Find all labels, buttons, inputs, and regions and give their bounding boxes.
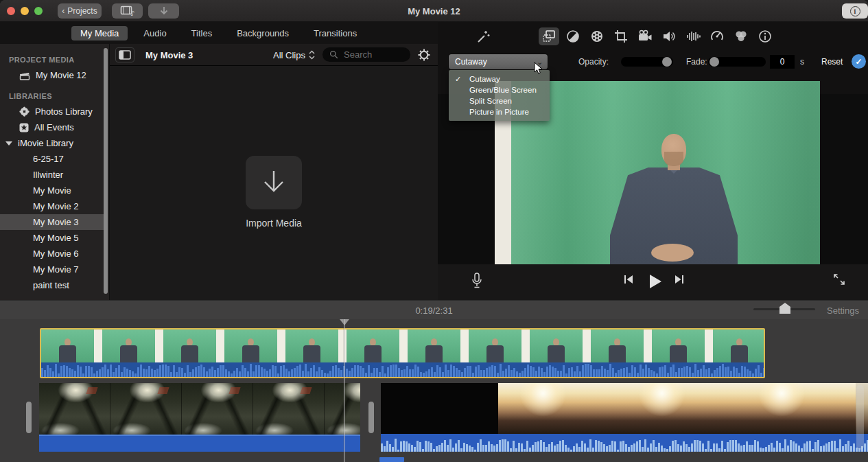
speed-gauge-button[interactable] <box>707 27 727 45</box>
play-button[interactable] <box>646 273 664 290</box>
clip-filters-button[interactable] <box>731 27 751 45</box>
project-media-header: PROJECT MEDIA <box>0 52 109 67</box>
time-display: 0:19/2:31 <box>0 301 868 320</box>
fullscreen-button[interactable] <box>832 273 846 286</box>
tab-titles[interactable]: Titles <box>183 26 222 41</box>
tab-transitions[interactable]: Transitions <box>305 26 366 41</box>
color-balance-button[interactable] <box>563 27 583 45</box>
titlebar: ‹ Projects ♪ My Movie 12 i <box>0 0 868 22</box>
sidebar-item-event[interactable]: paint test <box>0 277 104 293</box>
tab-my-media[interactable]: My Media <box>71 26 128 41</box>
projects-button[interactable]: ‹ Projects <box>58 3 102 19</box>
clip-filmstrip <box>41 330 764 362</box>
zoom-button[interactable] <box>34 7 43 15</box>
clip-audio-waveform <box>39 435 360 452</box>
reset-button[interactable]: Reset <box>821 57 843 67</box>
skip-back-icon <box>622 273 635 286</box>
sidebar-item-photos-library[interactable]: Photos Library <box>0 104 104 119</box>
back-chevron-icon: ‹ <box>62 6 64 16</box>
info-icon: i <box>850 6 860 16</box>
video-overlay-button[interactable] <box>539 27 559 45</box>
seconds-unit-label: s <box>800 57 804 67</box>
apply-checkmark-button[interactable]: ✓ <box>852 54 866 69</box>
browser-settings-button[interactable] <box>415 47 433 63</box>
fade-slider[interactable] <box>708 57 766 67</box>
search-input[interactable] <box>342 49 401 60</box>
clip-green-screen-selected[interactable] <box>40 328 765 378</box>
trim-handle-left[interactable] <box>26 402 32 433</box>
skip-forward-icon <box>672 273 686 286</box>
menu-item-picture-in-picture[interactable]: Picture in Picture <box>449 106 550 117</box>
sidebar-item-event-selected[interactable]: My Movie 3 <box>0 214 104 230</box>
menu-item-green-blue-screen[interactable]: Green/Blue Screen <box>449 84 550 95</box>
voiceover-record-button[interactable] <box>471 273 483 290</box>
opacity-slider[interactable] <box>621 57 673 67</box>
timeline-toolbar: 0:19/2:31 Settings <box>0 300 868 319</box>
tab-audio[interactable]: Audio <box>134 26 175 41</box>
updown-chevron-icon <box>309 50 315 60</box>
playhead-line[interactable] <box>344 319 344 462</box>
gear-icon <box>417 48 431 62</box>
import-media-button[interactable] <box>246 156 302 209</box>
previous-frame-button[interactable] <box>622 273 635 286</box>
import-arrow-icon <box>258 167 290 198</box>
play-icon <box>646 273 664 290</box>
sidebar-scrollbar[interactable] <box>104 48 108 294</box>
media-browser-button[interactable]: ♪ <box>112 3 143 19</box>
trim-handle-right[interactable] <box>368 402 374 433</box>
stabilization-camera-button[interactable] <box>635 27 655 45</box>
sidebar-item-event[interactable]: My Movie 6 <box>0 246 104 262</box>
menu-item-split-screen[interactable]: Split Screen <box>449 95 550 106</box>
sidebar-item-event[interactable]: My Movie 7 <box>0 262 104 277</box>
playback-bar <box>438 264 868 300</box>
fade-duration-field[interactable]: 0 <box>770 55 795 69</box>
import-button[interactable] <box>148 3 179 19</box>
film-note-icon: ♪ <box>120 5 135 16</box>
microphone-icon <box>471 273 483 290</box>
help-info-button[interactable]: i <box>842 3 868 19</box>
close-button[interactable] <box>7 7 15 15</box>
fade-slider-thumb[interactable] <box>709 57 719 67</box>
sidebar-item-event[interactable]: My Movie 5 <box>0 230 104 246</box>
minimize-button[interactable] <box>21 7 29 15</box>
projects-label: Projects <box>67 6 97 16</box>
timeline-scrollbar[interactable] <box>856 385 864 450</box>
clip-filmstrip <box>381 383 868 434</box>
sidebar-item-event[interactable]: Illwinter <box>0 167 104 183</box>
clip-info-button[interactable] <box>755 27 775 45</box>
enhance-wand-button[interactable] <box>473 27 494 45</box>
presenter-hands <box>651 244 694 262</box>
sidebar-item-imovie-library[interactable]: iMovie Library <box>0 135 104 151</box>
clip-filter-popup[interactable]: All Clips <box>273 44 315 66</box>
timeline-area <box>0 319 868 462</box>
color-wheel-button[interactable] <box>587 27 607 45</box>
browser-title: My Movie 3 <box>145 44 193 66</box>
sidebar-item-event[interactable]: My Movie <box>0 183 104 198</box>
crop-button[interactable] <box>611 27 631 45</box>
clip-filmstrip <box>39 383 360 435</box>
fullscreen-arrows-icon <box>832 273 846 286</box>
sidebar-item-event[interactable]: My Movie 2 <box>0 198 104 214</box>
overlay-style-popup[interactable]: Cutaway ⌄ <box>449 54 548 69</box>
sidebar-item-all-events[interactable]: All Events <box>0 119 104 135</box>
sidebar-item-event[interactable]: 6-25-17 <box>0 151 104 167</box>
clip-sunset-skyline[interactable] <box>381 383 868 452</box>
sidebar-item-my-movie-12[interactable]: My Movie 12 <box>0 67 104 83</box>
playhead-handle[interactable] <box>340 319 349 325</box>
imovie-window: ‹ Projects ♪ My Movie 12 i My Media Audi… <box>0 0 868 462</box>
media-tabstrip: My Media Audio Titles Backgrounds Transi… <box>0 22 438 44</box>
audio-clip-stub[interactable] <box>379 457 404 462</box>
tab-backgrounds[interactable]: Backgrounds <box>228 26 298 41</box>
search-field[interactable] <box>322 47 410 62</box>
disclosure-triangle-icon[interactable] <box>5 141 12 146</box>
timeline-settings-button[interactable]: Settings <box>827 301 859 320</box>
svg-text:♪: ♪ <box>130 10 134 16</box>
noise-equalizer-button[interactable] <box>683 27 703 45</box>
sidebar-toggle-button[interactable] <box>115 47 134 62</box>
volume-speaker-button[interactable] <box>659 27 679 45</box>
media-browser-body: Import Media <box>110 66 438 300</box>
overlay-style-menu: ✓ Cutaway Green/Blue Screen Split Screen… <box>449 70 550 121</box>
clip-scifi-interior[interactable] <box>39 383 360 452</box>
opacity-slider-thumb[interactable] <box>662 57 672 67</box>
next-frame-button[interactable] <box>672 273 686 286</box>
